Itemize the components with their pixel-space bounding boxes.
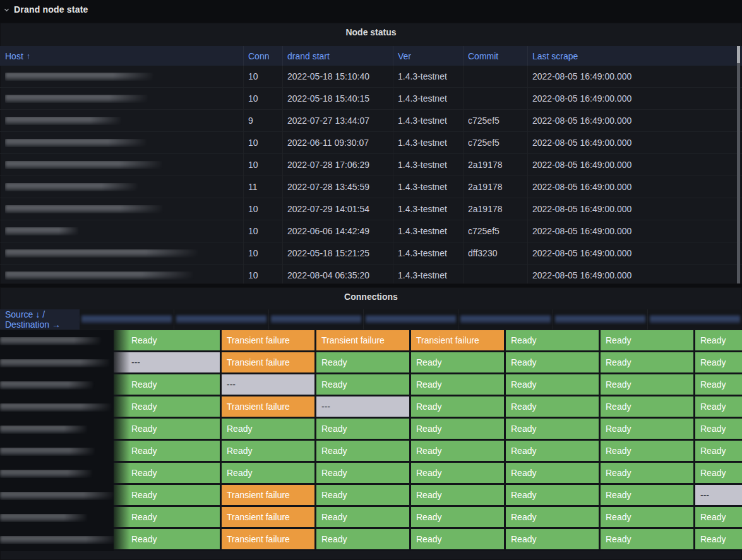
redacted-source-text [0,337,102,345]
commit-cell [463,66,527,87]
drand-start-cell: 2022-06-06 14:42:49 [282,220,393,242]
destination-column-header[interactable] [647,309,742,330]
status-cell-ready: Ready [316,374,411,396]
status-cell-ready: Ready [316,463,411,485]
destination-column-header[interactable] [174,309,268,330]
matrix-row: ReadyReadyReadyReadyReadyReadyReady [0,419,742,441]
status-cell-ready: Ready [695,352,742,374]
commit-cell: c725ef5 [463,220,527,242]
column-header-ver[interactable]: Ver [393,46,463,66]
ver-cell: 1.4.3-testnet [393,154,463,176]
matrix-row: ReadyReadyReadyReadyReadyReadyReady [0,463,742,485]
connections-panel-title[interactable]: Connections [0,287,742,306]
status-cell-self: --- [114,352,222,374]
redacted-host-text [5,183,139,191]
redacted-host-text [5,249,200,258]
ver-cell: 1.4.3-testnet [393,66,463,87]
conn-cell: 10 [243,154,282,176]
column-header-host-label: Host [5,51,23,61]
status-cell-ready: Ready [316,441,411,463]
status-cell-ready: Ready [411,529,506,551]
node-status-panel-title[interactable]: Node status [0,23,742,42]
drand-start-cell: 2022-07-29 14:01:54 [282,198,393,220]
destination-column-header[interactable] [80,309,174,330]
status-cell-ready: Ready [411,419,506,441]
status-cell-ready: Ready [316,352,411,374]
redacted-host-text [5,95,149,103]
source-cell [0,330,114,352]
conn-cell: 10 [243,265,282,283]
status-cell-transient-failure: Transient failure [222,507,316,529]
destination-column-header[interactable] [458,309,553,330]
node-status-body: 102022-05-18 15:10:401.4.3-testnet2022-0… [0,66,742,283]
ver-cell: 1.4.3-testnet [393,220,463,242]
column-header-host[interactable]: Host ↑ [0,46,243,66]
vertical-scrollbar[interactable] [737,46,740,283]
matrix-column-headers [80,309,742,330]
source-cell [0,396,114,419]
ver-cell: 1.4.3-testnet [393,198,463,220]
status-cell-transient-failure: Transient failure [316,330,411,352]
status-cell-ready: Ready [695,463,742,485]
table-row: 102022-05-18 15:10:401.4.3-testnet2022-0… [0,66,742,88]
status-cell-transient-failure: Transient failure [222,529,316,551]
last-scrape-cell: 2022-08-05 16:49:00.000 [527,198,742,220]
table-row: 92022-07-27 13:44:071.4.3-testnetc725ef5… [0,110,742,132]
conn-cell: 10 [243,88,282,109]
matrix-row: ReadyReadyReadyReadyReadyReadyReady [0,441,742,463]
conn-cell: 10 [243,220,282,242]
matrix-row: ---Transient failureReadyReadyReadyReady… [0,352,742,374]
status-cell-ready: Ready [114,330,222,352]
ver-cell: 1.4.3-testnet [393,132,463,153]
status-cell-ready: Ready [114,485,222,507]
redacted-source-text [0,403,112,412]
status-cell-ready: Ready [506,330,601,352]
destination-column-header[interactable] [268,309,363,330]
status-cell-self: --- [695,485,742,507]
status-cell-transient-failure: Transient failure [222,485,316,507]
status-cell-ready: Ready [506,507,601,529]
destination-column-header[interactable] [553,309,647,330]
connections-matrix: ReadyTransient failureTransient failureT… [0,330,742,551]
column-header-last-scrape[interactable]: Last scrape [527,46,742,66]
drand-start-cell: 2022-06-11 09:30:07 [282,132,393,153]
status-cell-ready: Ready [114,463,222,485]
source-cell [0,374,114,396]
scrollbar-thumb[interactable] [737,46,740,283]
redacted-destination-text [460,316,551,324]
status-cell-ready: Ready [506,352,601,374]
status-cell-ready: Ready [601,529,695,551]
table-row: 102022-07-29 14:01:541.4.3-testnet2a1917… [0,198,742,220]
redacted-host-text [5,205,164,213]
status-cell-ready: Ready [601,330,695,352]
status-cell-transient-failure: Transient failure [222,330,316,352]
dashboard-row-title: Drand node state [14,4,88,15]
source-cell [0,507,114,529]
status-cell-ready: Ready [411,352,506,374]
column-header-commit[interactable]: Commit [463,46,527,66]
commit-cell: 2a19178 [463,198,527,220]
column-header-drand-start[interactable]: drand start [282,46,393,66]
table-row: 102022-05-18 15:21:251.4.3-testnetdff323… [0,242,742,265]
redacted-destination-text [366,316,456,324]
host-cell [0,132,243,153]
sort-ascending-icon: ↑ [27,51,31,61]
redacted-destination-text [271,316,361,324]
host-cell [0,154,243,176]
source-cell [0,529,114,551]
matrix-corner-label[interactable]: Source ↓ / Destination → [0,309,80,330]
connections-header-row: Source ↓ / Destination → [0,309,742,330]
status-cell-ready: Ready [695,330,742,352]
conn-cell: 10 [243,66,282,87]
status-cell-ready: Ready [411,485,506,507]
redacted-source-text [0,381,95,390]
dashboard-row-header[interactable]: Drand node state [0,0,742,19]
destination-column-header[interactable] [363,309,458,330]
matrix-row: ReadyTransient failureReadyReadyReadyRea… [0,485,742,507]
drand-start-cell: 2022-07-28 13:45:59 [282,176,393,198]
commit-cell: dff3230 [463,242,527,264]
status-cell-ready: Ready [114,419,222,441]
column-header-conn[interactable]: Conn [243,46,282,66]
status-cell-ready: Ready [316,507,411,529]
last-scrape-cell: 2022-08-05 16:49:00.000 [527,132,742,153]
